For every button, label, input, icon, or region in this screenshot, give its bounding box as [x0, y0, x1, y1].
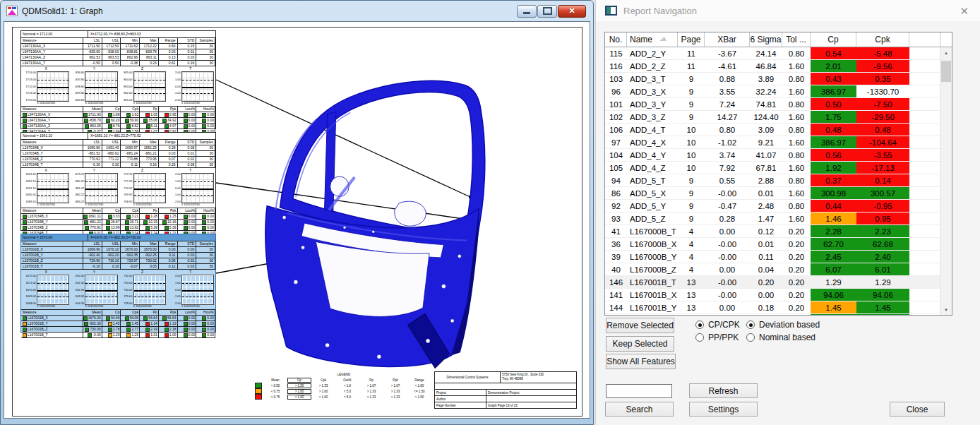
radio-cp-cpk[interactable]: CP/CPK	[695, 320, 740, 330]
cell: 1712.50	[102, 44, 121, 49]
status-square-icon	[165, 322, 169, 326]
column-header-sigma[interactable]: 6 Sigma	[750, 32, 782, 47]
trend-chart: X1714.001713.001712.001711.001710.005 10…	[23, 67, 69, 105]
cell-cpk: 300.57	[856, 187, 909, 199]
cell-tol: 1.60	[782, 187, 811, 199]
table-row[interactable]: 141L167001B_X13-0.000.000.2094.0694.06	[605, 289, 952, 301]
table-row[interactable]: 104ADD_4_Y103.7441.070.800.56-3.55	[605, 149, 952, 162]
settings-button[interactable]: Settings	[689, 402, 758, 417]
cell-sigma: 0.01	[750, 238, 782, 250]
cell: -881.22	[83, 220, 102, 225]
keep-selected-button[interactable]: Keep Selected	[606, 336, 674, 352]
column-header-tol[interactable]: Tol ...	[782, 32, 811, 47]
close-button[interactable]: ✕	[558, 5, 586, 18]
table-row[interactable]: 145L167001B_Z13-0.000.090.202.782.77	[605, 314, 952, 316]
table-row[interactable]: 144L167001B_Y130.000.180.201.451.45	[605, 301, 952, 314]
graph-window-titlebar[interactable]: QDMSolid1: 1: Graph ✕	[4, 1, 590, 21]
column-header-page[interactable]: Page	[678, 32, 705, 47]
column-header-cp[interactable]: Cp	[811, 32, 856, 47]
measurement-panel[interactable]: Nominal = 1670.00X=1670.00,Y=-902.30,Z=7…	[20, 234, 216, 333]
table-row[interactable]: 93ADD_5_Z90.281.471.601.460.95	[605, 212, 952, 225]
y-tick: 769.92	[124, 193, 132, 196]
cell: 1712.22	[140, 44, 159, 49]
legend-column-header: Mean	[263, 378, 287, 382]
scrollbar-thumb[interactable]	[941, 61, 951, 82]
scroll-down-icon[interactable]: ▼	[940, 304, 952, 316]
table-row[interactable]: 102ADD_3_Z914.27124.401.601.75-29.50	[605, 111, 952, 124]
measure-row: L167034B_X1690.801691.401690.971691.250.…	[21, 145, 215, 151]
show-all-features-button[interactable]: Show All Features	[606, 354, 676, 369]
stats-table: MeasureMeanCpCpkPpPpkLout%Hout%L167001B_…	[21, 310, 215, 338]
y-tick: 1692.10	[26, 180, 36, 183]
column-header-cpk[interactable]: Cpk	[856, 32, 909, 47]
door-model[interactable]	[258, 68, 510, 372]
cell-xbar: 7.92	[705, 162, 750, 174]
table-row[interactable]: 116ADD_2_Z11-4.6146.841.602.01-9.56	[605, 60, 952, 73]
table-row[interactable]: 101ADD_3_Y97.2474.810.800.50-7.50	[605, 98, 952, 111]
table-row[interactable]: 97ADD_4_X10-1.029.211.60386.97-104.64	[605, 136, 952, 149]
table-row[interactable]: 39L167000B_Y4-0.000.110.202.452.40	[605, 251, 952, 263]
column-header-no[interactable]: No.	[605, 32, 627, 47]
cell-no: 96	[605, 85, 627, 97]
legend-value: > 1.67	[359, 384, 383, 388]
trend-chart: T2.001.000.00-1.00-2.005 1015202530	[167, 67, 214, 105]
cell-xbar: 14.27	[705, 111, 750, 123]
status-square-icon	[126, 124, 131, 128]
cell: 1670.10	[102, 247, 121, 252]
remove-selected-button[interactable]: Remove Selected	[606, 318, 674, 333]
cell: 3.33	[102, 214, 121, 219]
cell: 863.53	[102, 55, 121, 60]
table-row[interactable]: 103ADD_3_T90.883.890.800.430.35	[605, 73, 952, 85]
radio-deviation-based[interactable]: Deviation based	[746, 320, 820, 330]
legend-swatch	[255, 388, 263, 394]
radio-pp-ppk[interactable]: PP/PPK	[695, 333, 739, 342]
radio-nominal-based[interactable]: Nominal based	[746, 333, 815, 342]
scroll-up-icon[interactable]: ▲	[940, 47, 952, 59]
table-row[interactable]: 146L167001B_T13-0.000.200.201.291.29	[605, 276, 952, 289]
column-header-name[interactable]: Name	[627, 32, 678, 47]
cell-cpk: -3.55	[856, 149, 909, 161]
close-dialog-button[interactable]: Close	[890, 402, 945, 417]
cell-page: 4	[678, 263, 705, 275]
table-row[interactable]: 41L167000B_T40.000.120.202.282.23	[605, 225, 952, 238]
table-row[interactable]: 106ADD_4_T100.803.090.800.480.48	[605, 124, 952, 136]
cell: 0.00	[196, 124, 215, 128]
cell: 770.62	[83, 157, 102, 162]
column-header-blank	[909, 32, 940, 47]
cell: 0.03	[178, 253, 197, 258]
radio-nominal-label: Nominal based	[759, 333, 815, 342]
dialog-close-icon[interactable]: ✕	[960, 6, 969, 16]
dialog-titlebar[interactable]: Report Navigation ✕	[596, 0, 980, 21]
status-square-icon	[165, 113, 169, 117]
y-tick: -881.22	[75, 187, 85, 190]
search-input[interactable]	[606, 384, 672, 398]
cell-blank	[909, 238, 940, 250]
column-header-xbar[interactable]: XBar	[705, 32, 750, 47]
close-icon: ✕	[568, 6, 575, 16]
table-row[interactable]: 115ADD_2_Y11-3.6724.140.800.54-5.48	[605, 47, 952, 60]
cell-page: 13	[678, 289, 705, 301]
status-square-icon	[23, 226, 27, 230]
vertical-scrollbar[interactable]: ▲ ▼	[940, 47, 952, 316]
refresh-button[interactable]: Refresh	[689, 383, 758, 398]
page-number-value: Graph Page 13 of 23	[486, 402, 576, 408]
cell-sigma: 124.40	[750, 111, 782, 123]
table-row[interactable]: 94ADD_5_T90.552.880.800.370.14	[605, 174, 952, 187]
table-row[interactable]: 92ADD_5_Y9-0.472.480.800.44-0.95	[605, 200, 952, 212]
table-row[interactable]: 40L167000B_Z40.000.040.206.076.01	[605, 263, 952, 276]
column-header: Measure	[21, 310, 83, 315]
search-button[interactable]: Search	[605, 402, 674, 417]
y-tick: 1713.00	[26, 78, 36, 81]
cell-xbar: 0.00	[705, 301, 750, 313]
table-row[interactable]: 86ADD_5_X9-0.000.011.60300.98300.57	[605, 187, 952, 200]
minimize-button[interactable]	[517, 5, 537, 18]
table-row[interactable]: 105ADD_4_Z107.9267.811.601.92-17.13	[605, 162, 952, 174]
measurement-panel[interactable]: Nominal = 1712.00X=1712.00,Y=-838.80,Z=8…	[20, 30, 216, 129]
table-row[interactable]: 96ADD_3_X93.5532.241.60386.97-1330.70	[605, 85, 952, 98]
measurement-panel[interactable]: Nominal = 1691.10X=1691.10,Y=-881.22,Z=7…	[20, 132, 216, 231]
cell-xbar: -0.00	[705, 314, 750, 316]
cell: 0.05	[140, 264, 159, 269]
maximize-button[interactable]	[537, 5, 557, 18]
table-row[interactable]: 36L167000B_X4-0.000.010.2062.7062.68	[605, 238, 952, 251]
status-square-icon	[165, 226, 169, 230]
